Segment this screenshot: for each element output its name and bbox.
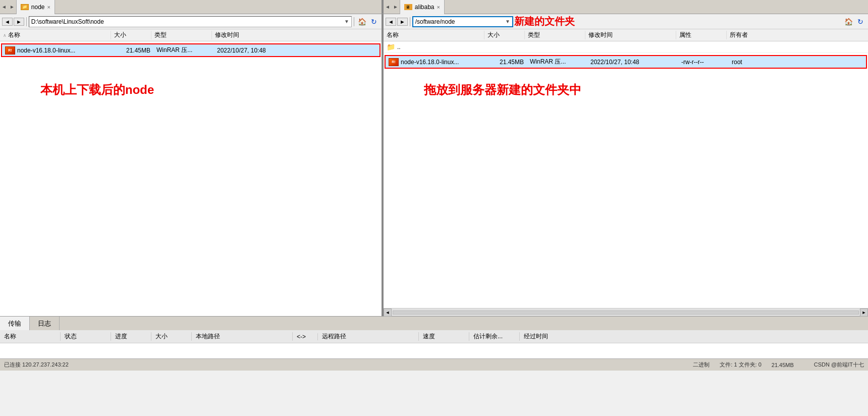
transfer-col-status: 状态 [61,332,111,341]
new-folder-annotation: 新建的文件夹 [514,15,575,28]
table-row[interactable]: R! node-v16.18.0-linux... 21.45MB WinRAR… [1,43,381,57]
home-button-left[interactable]: 🏠 [356,16,367,27]
file-list-left: R! node-v16.18.0-linux... 21.45MB WinRAR… [0,41,382,316]
home-button-right[interactable]: 🏠 [843,16,854,27]
alibaba-tab-close[interactable]: × [437,4,440,10]
transfer-col-remote: 远程路径 [318,332,419,341]
address-dropdown-left[interactable]: ▼ [344,19,349,24]
left-annotation: 本机上下载后的node [40,82,154,98]
node-tab-folder-icon: 📁 [21,4,29,10]
table-row[interactable]: R! node-v16.18.0-linux... 21.45MB WinRAR… [385,55,867,69]
file-owner-right: root [729,59,866,66]
refresh-button-left[interactable]: ↻ [368,16,379,27]
forward-button-left[interactable]: ► [14,18,24,26]
scroll-right-arrow[interactable]: ► [860,308,868,317]
winrar-icon: R! [5,46,15,55]
address-input-left[interactable] [31,18,344,25]
alibaba-tab-label: alibaba [415,4,435,11]
file-name: node-v16.18.0-linux... [17,47,75,54]
back-button-left[interactable]: ◄ [2,18,13,26]
file-list-right: 📁 .. R! node-v16.18.0-linux... 21.45MB W… [384,41,868,308]
transfer-col-name: 名称 [0,332,61,341]
status-file-count: 文件: 1 文件夹: 0 [720,361,762,369]
address-bar-right[interactable]: ▼ [412,16,513,27]
node-tab-label: node [31,4,45,11]
col-owner-right: 所有者 [727,31,868,39]
transfer-col-size: 大小 [151,332,192,341]
alibaba-tab[interactable]: 🖥 alibaba × [400,0,445,14]
winrar-icon-right: R! [389,58,399,66]
transfer-col-speed: 速度 [419,332,469,341]
col-name-right: 名称 [384,31,484,39]
file-attr-right: -rw-r--r-- [678,59,729,66]
left-tab-nav-left[interactable]: ◄ [0,4,8,10]
file-name-right: node-v16.18.0-linux... [401,59,459,66]
back-button-right[interactable]: ◄ [386,18,396,26]
left-tab-nav-right[interactable]: ► [8,4,16,10]
col-attr-right: 属性 [676,31,727,39]
node-tab[interactable]: 📁 node × [16,0,55,14]
file-type: WinRAR 压... [153,46,214,55]
file-date-right: 2022/10/27, 10:48 [587,59,678,66]
log-tab[interactable]: 日志 [30,317,60,330]
col-size-left: 大小 [111,31,151,39]
transfer-col-arrow: <-> [293,333,318,340]
address-bar-left[interactable]: ▼ [29,16,352,27]
table-row[interactable]: 📁 .. [384,41,868,53]
transfer-col-eta: 估计剩余... [469,332,520,341]
address-dropdown-right[interactable]: ▼ [505,19,510,24]
file-date: 2022/10/27, 10:48 [214,47,379,54]
col-type-right: 类型 [525,31,585,39]
col-type-left: 类型 [151,31,212,39]
transfer-col-local: 本地路径 [192,332,293,341]
col-date-right: 修改时间 [585,31,676,39]
col-date-left: 修改时间 [212,31,382,39]
address-input-right[interactable] [415,18,505,25]
folder-up-icon: 📁 [387,43,395,51]
scroll-left-arrow[interactable]: ◄ [384,308,392,317]
status-connection: 已连接 120.27.237.243:22 [4,361,69,369]
right-tab-nav-left[interactable]: ◄ [384,4,392,10]
file-size: 21.45MB [113,47,153,54]
file-size-right: 21.45MB [486,59,527,66]
folder-up-label: .. [397,43,401,50]
right-annotation: 拖放到服务器新建的文件夹中 [424,82,581,98]
status-size: 21.45MB [772,362,794,368]
scroll-track[interactable] [393,310,859,315]
alibaba-tab-icon: 🖥 [404,4,412,10]
transfer-col-progress: 进度 [111,332,151,341]
transfer-tab[interactable]: 传输 [0,317,30,330]
refresh-button-right[interactable]: ↻ [855,16,866,27]
status-brand: CSDN @前端IT十七 [814,361,864,369]
transfer-col-elapsed: 经过时间 [520,332,868,341]
forward-button-right[interactable]: ► [397,18,408,26]
file-type-right: WinRAR 压... [527,58,587,66]
col-name-left: ∧ 名称 [0,31,111,39]
node-tab-close[interactable]: × [47,4,50,10]
col-size-right: 大小 [484,31,525,39]
right-tab-nav-right[interactable]: ► [392,4,400,10]
status-encoding: 二进制 [693,361,710,369]
